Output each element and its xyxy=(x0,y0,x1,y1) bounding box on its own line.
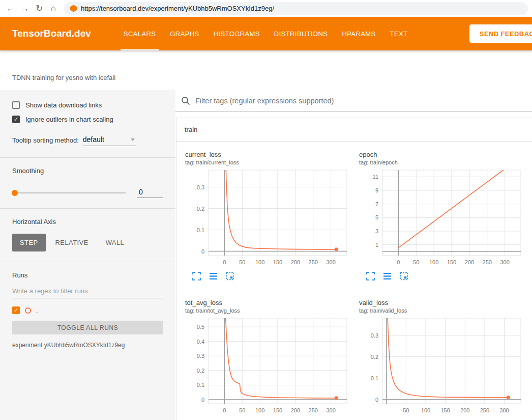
ignore-outliers-row[interactable]: Ignore outliers in chart scaling xyxy=(12,116,163,123)
svg-text:0.4: 0.4 xyxy=(197,339,204,345)
tag-group-card: train current_loss tag: train/current_lo… xyxy=(176,118,532,420)
svg-text:100: 100 xyxy=(255,407,264,413)
svg-text:250: 250 xyxy=(309,259,318,265)
svg-text:200: 200 xyxy=(460,407,469,413)
tooltip-sorting-row: Tooltip sorting method: default xyxy=(12,135,163,146)
svg-text:0.1: 0.1 xyxy=(197,382,204,388)
chart-card-tot-avg-loss: tot_avg_loss tag: train/tot_avg_loss 050… xyxy=(185,299,359,420)
svg-text:0.2: 0.2 xyxy=(197,206,204,212)
browser-bar: ← → ↻ ⌂ https://tensorboard.dev/experime… xyxy=(0,0,532,17)
svg-text:0: 0 xyxy=(201,397,204,403)
run-name: . xyxy=(36,307,38,314)
tag-filter-input[interactable] xyxy=(195,97,532,105)
toggle-all-runs-button[interactable]: TOGGLE ALL RUNS xyxy=(12,321,163,334)
svg-text:100: 100 xyxy=(429,259,438,265)
chart-plot[interactable]: 5010015020025030000.10.20.3 xyxy=(359,316,532,418)
svg-text:0: 0 xyxy=(375,397,378,403)
chart-title: valid_loss xyxy=(359,299,532,306)
svg-text:200: 200 xyxy=(291,407,300,413)
svg-text:9: 9 xyxy=(375,187,378,193)
fit-domain-icon[interactable] xyxy=(400,272,408,281)
svg-text:0.3: 0.3 xyxy=(197,184,204,190)
svg-text:300: 300 xyxy=(326,407,335,413)
send-feedback-button[interactable]: SEND FEEDBACK xyxy=(469,24,532,43)
main-panel: train current_loss tag: train/current_lo… xyxy=(175,90,532,420)
experiment-title: TDNN training for yesno with icefall xyxy=(12,74,115,81)
data-table-icon[interactable] xyxy=(383,272,392,281)
svg-text:3: 3 xyxy=(375,228,378,234)
svg-text:11: 11 xyxy=(373,174,378,180)
chart-toolbar xyxy=(185,272,359,281)
run-row[interactable]: . xyxy=(12,306,163,314)
tensorboard-favicon-icon xyxy=(70,5,77,12)
forward-icon[interactable]: → xyxy=(18,2,32,15)
chart-tag: tag: train/current_loss xyxy=(185,159,359,165)
horizontal-axis-section: Horizontal Axis STEP RELATIVE WALL xyxy=(0,208,175,262)
tooltip-sorting-dropdown[interactable]: default xyxy=(83,135,136,146)
axis-wall-button[interactable]: WALL xyxy=(98,234,132,251)
chart-card-current-loss: current_loss tag: train/current_loss 050… xyxy=(185,151,359,281)
svg-text:0.1: 0.1 xyxy=(371,375,378,381)
address-bar[interactable]: https://tensorboard.dev/experiment/yKUbh… xyxy=(64,2,528,15)
svg-text:150: 150 xyxy=(447,259,456,265)
tab-scalars[interactable]: SCALARS xyxy=(116,17,163,50)
svg-text:200: 200 xyxy=(291,259,300,265)
smoothing-section: Smoothing 0 xyxy=(0,157,175,208)
run-checkbox[interactable] xyxy=(12,306,20,314)
tab-hparams[interactable]: HPARAMS xyxy=(335,17,382,50)
svg-text:5: 5 xyxy=(375,214,378,220)
tooltip-sorting-value: default xyxy=(83,135,104,144)
url-text: https://tensorboard.dev/experiment/yKUbh… xyxy=(81,5,274,12)
svg-text:0.3: 0.3 xyxy=(197,353,204,359)
tab-text[interactable]: TEXT xyxy=(383,17,415,50)
chart-toolbar xyxy=(359,272,532,281)
smoothing-slider-row: 0 xyxy=(12,188,163,198)
tab-distributions[interactable]: DISTRIBUTIONS xyxy=(267,17,335,50)
axis-step-button[interactable]: STEP xyxy=(12,234,46,251)
expand-chart-icon[interactable] xyxy=(192,272,201,281)
chart-plot[interactable]: 0501001502002503001357911 xyxy=(359,167,532,270)
chart-title: epoch xyxy=(359,151,532,158)
tag-filter-row xyxy=(175,90,532,112)
data-table-icon[interactable] xyxy=(209,272,218,281)
home-icon[interactable]: ⌂ xyxy=(47,2,60,15)
chart-plot[interactable]: 05010015020025030000.10.20.3 xyxy=(185,167,359,270)
svg-text:7: 7 xyxy=(375,201,378,207)
runs-filter-input[interactable] xyxy=(12,283,163,298)
svg-text:300: 300 xyxy=(500,259,509,265)
show-download-links-checkbox[interactable] xyxy=(12,101,20,109)
svg-text:0: 0 xyxy=(223,407,226,413)
brand-logo[interactable]: TensorBoard.dev xyxy=(12,28,91,39)
axis-relative-button[interactable]: RELATIVE xyxy=(48,234,96,251)
svg-text:250: 250 xyxy=(483,259,492,265)
tag-group-header[interactable]: train xyxy=(176,118,532,142)
chart-title: current_loss xyxy=(185,151,359,158)
svg-text:150: 150 xyxy=(273,407,282,413)
fit-domain-icon[interactable] xyxy=(226,272,234,281)
chart-tag: tag: train/tot_avg_loss xyxy=(185,307,359,314)
smoothing-value-field[interactable]: 0 xyxy=(137,188,163,198)
expand-chart-icon[interactable] xyxy=(366,272,375,281)
tab-graphs[interactable]: GRAPHS xyxy=(163,17,206,50)
show-download-links-row[interactable]: Show data download links xyxy=(12,101,163,109)
nav-tabs: SCALARS GRAPHS HISTOGRAMS DISTRIBUTIONS … xyxy=(116,17,415,50)
svg-text:0.2: 0.2 xyxy=(197,368,204,374)
ignore-outliers-label: Ignore outliers in chart scaling xyxy=(25,116,113,123)
svg-text:250: 250 xyxy=(309,407,318,413)
screen: ← → ↻ ⌂ https://tensorboard.dev/experime… xyxy=(0,0,532,420)
chart-card-epoch: epoch tag: train/epoch 05010015020025030… xyxy=(359,151,532,281)
ignore-outliers-checkbox[interactable] xyxy=(12,116,20,123)
chart-plot[interactable]: 05010015020025030000.10.20.30.40.5 xyxy=(185,316,359,418)
svg-text:150: 150 xyxy=(273,259,282,265)
axis-button-group: STEP RELATIVE WALL xyxy=(12,234,163,251)
svg-text:50: 50 xyxy=(239,259,245,265)
smoothing-slider-thumb[interactable] xyxy=(12,190,18,196)
smoothing-slider[interactable] xyxy=(12,192,126,193)
reload-icon[interactable]: ↻ xyxy=(33,2,46,15)
experiment-id-caption: experiment yKUbhb5wRmOSXYkId1z9eg xyxy=(12,342,163,349)
back-icon[interactable]: ← xyxy=(4,2,17,15)
svg-text:100: 100 xyxy=(255,259,264,265)
general-settings-section: Show data download links Ignore outliers… xyxy=(0,101,175,157)
tab-histograms[interactable]: HISTOGRAMS xyxy=(206,17,267,50)
chart-card-valid-loss: valid_loss tag: train/valid_loss 5010015… xyxy=(359,299,532,420)
